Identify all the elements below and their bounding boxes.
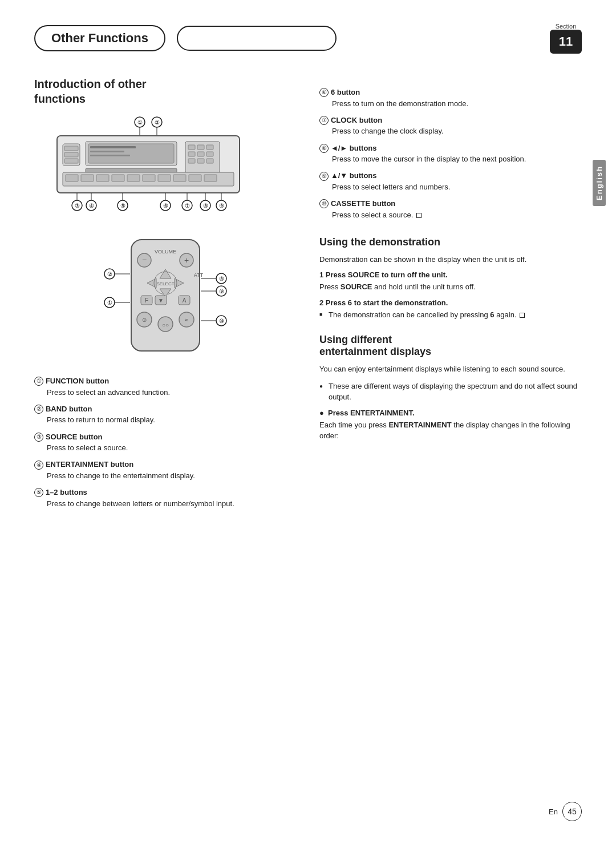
entertainment-intro: You can enjoy entertainment displays whi… xyxy=(319,364,582,375)
right-btn-name-7: CLOCK button xyxy=(331,116,382,124)
entertainment-title: Using differententertainment displays xyxy=(319,334,582,358)
svg-rect-31 xyxy=(112,175,124,181)
remote-diagram: VOLUME − + ATT xyxy=(34,228,297,365)
svg-rect-17 xyxy=(188,152,195,156)
footer-lang: En xyxy=(549,807,558,816)
svg-text:②: ② xyxy=(155,119,160,126)
right-btn-desc-6: Press to turn on the demonstration mode. xyxy=(332,99,582,109)
svg-rect-36 xyxy=(189,175,201,181)
svg-rect-14 xyxy=(188,145,195,150)
svg-text:−: − xyxy=(142,255,147,264)
svg-text:F: F xyxy=(145,297,148,304)
btn-name-1: FUNCTION button xyxy=(46,377,109,385)
right-btn-desc-9: Press to select letters and numbers. xyxy=(332,182,582,192)
square-icon-1 xyxy=(416,213,422,218)
right-btn-name-9: ▲/▼ buttons xyxy=(331,171,377,180)
svg-rect-9 xyxy=(90,146,136,148)
left-btn-list: ① FUNCTION button Press to select an adv… xyxy=(34,375,297,509)
svg-rect-24 xyxy=(64,146,78,151)
btn-item-2: ② BAND button Press to return to normal … xyxy=(34,403,297,426)
btn-num-3: ③ xyxy=(34,433,43,442)
svg-text:⑧: ⑧ xyxy=(203,203,208,209)
svg-rect-16 xyxy=(206,145,213,150)
btn-name-5: 1–2 buttons xyxy=(46,488,87,496)
right-btn-item-6: ⑥ 6 button Press to turn on the demonstr… xyxy=(319,87,582,109)
btn-name-2: BAND button xyxy=(46,405,92,413)
right-btn-item-10: ⑩ CASSETTE button Press to select a sour… xyxy=(319,198,582,220)
intro-title: Introduction of otherfunctions xyxy=(34,76,297,106)
other-functions-badge: Other Functions xyxy=(34,25,165,51)
btn-desc-2: Press to return to normal display. xyxy=(47,415,297,425)
svg-rect-32 xyxy=(127,175,140,181)
svg-rect-30 xyxy=(96,175,109,181)
device-diagram: ① ② xyxy=(34,115,297,217)
right-column: ⑥ 6 button Press to turn on the demonstr… xyxy=(319,76,582,515)
section-number: 11 xyxy=(550,30,582,54)
right-btn-item-8: ⑧ ◄/► buttons Press to move the cursor i… xyxy=(319,143,582,165)
btn-item-4: ④ ENTERTAINMENT button Press to change t… xyxy=(34,459,297,481)
right-btn-item-7: ⑦ CLOCK button Press to change the clock… xyxy=(319,115,582,137)
square-icon-2 xyxy=(520,313,525,318)
demo-step1-body: Press SOURCE and hold until the unit tur… xyxy=(319,281,582,293)
btn-num-1: ① xyxy=(34,377,43,386)
right-btn-desc-7: Press to change the clock display. xyxy=(332,126,582,136)
svg-text:▼: ▼ xyxy=(158,297,164,304)
entertainment-step-body: Each time you press ENTERTAINMENT the di… xyxy=(319,419,582,442)
svg-text:⑥: ⑥ xyxy=(163,203,168,209)
page-footer: En 45 xyxy=(549,802,582,821)
svg-rect-28 xyxy=(66,175,78,181)
svg-text:SELECT: SELECT xyxy=(156,281,174,286)
svg-text:A: A xyxy=(183,297,187,304)
right-btn-num-8: ⑧ xyxy=(319,144,329,153)
stereo-svg: ① ② xyxy=(34,115,262,215)
svg-rect-25 xyxy=(64,152,78,157)
entertainment-section: Using differententertainment displays Yo… xyxy=(319,334,582,442)
demo-step2-header: 2 Press 6 to start the demonstration. xyxy=(319,298,582,307)
right-btn-name-8: ◄/► buttons xyxy=(331,144,377,152)
btn-desc-5: Press to change between letters or numbe… xyxy=(47,499,297,509)
demo-title: Using the demonstration xyxy=(319,236,582,248)
btn-item-5: ⑤ 1–2 buttons Press to change between le… xyxy=(34,487,297,509)
right-btn-num-10: ⑩ xyxy=(319,199,329,208)
svg-rect-21 xyxy=(197,159,204,163)
remote-svg: VOLUME − + ATT xyxy=(86,228,245,365)
svg-text:⑦: ⑦ xyxy=(185,203,190,209)
entertainment-bullet: These are different ways of displaying t… xyxy=(329,381,582,403)
right-btn-num-9: ⑨ xyxy=(319,172,329,181)
svg-rect-22 xyxy=(206,159,213,163)
english-label: English xyxy=(593,160,606,206)
svg-text:⑩: ⑩ xyxy=(219,318,224,324)
section-badge: Section 11 xyxy=(550,23,582,54)
svg-text:≈: ≈ xyxy=(185,317,188,323)
right-btn-name-6: 6 button xyxy=(331,88,360,96)
svg-rect-20 xyxy=(188,159,195,163)
demo-step1-header: 1 Press SOURCE to turn off the unit. xyxy=(319,270,582,279)
svg-rect-19 xyxy=(206,152,213,156)
right-btn-num-6: ⑥ xyxy=(319,88,329,97)
svg-text:①: ① xyxy=(137,119,143,126)
header-oval xyxy=(177,26,337,51)
svg-rect-15 xyxy=(197,145,204,150)
left-column: Introduction of otherfunctions ① ② xyxy=(34,76,297,515)
svg-text:④: ④ xyxy=(89,203,94,209)
demo-step1: 1 Press SOURCE to turn off the unit. Pre… xyxy=(319,270,582,293)
svg-rect-33 xyxy=(143,175,155,181)
btn-num-5: ⑤ xyxy=(34,488,43,497)
btn-item-1: ① FUNCTION button Press to select an adv… xyxy=(34,375,297,398)
right-btn-desc-8: Press to move the cursor in the display … xyxy=(332,154,582,164)
svg-rect-18 xyxy=(197,152,204,156)
entertainment-step-header: ● Press ENTERTAINMENT. xyxy=(319,409,582,417)
svg-rect-11 xyxy=(90,155,130,156)
svg-text:⊙: ⊙ xyxy=(142,317,147,323)
right-btn-num-7: ⑦ xyxy=(319,116,329,125)
right-btn-desc-10: Press to select a source. xyxy=(332,210,582,220)
page-container: English Other Functions Section 11 Intro… xyxy=(0,0,616,844)
btn-item-3: ③ SOURCE button Press to select a source… xyxy=(34,431,297,454)
header: Other Functions Section 11 xyxy=(34,23,582,54)
svg-text:⑤: ⑤ xyxy=(120,203,125,209)
right-btn-item-9: ⑨ ▲/▼ buttons Press to select letters an… xyxy=(319,170,582,192)
section-label: Section xyxy=(556,23,577,30)
page-number: 45 xyxy=(562,802,582,821)
right-btn-list: ⑥ 6 button Press to turn on the demonstr… xyxy=(319,87,582,220)
svg-text:①: ① xyxy=(107,300,112,306)
